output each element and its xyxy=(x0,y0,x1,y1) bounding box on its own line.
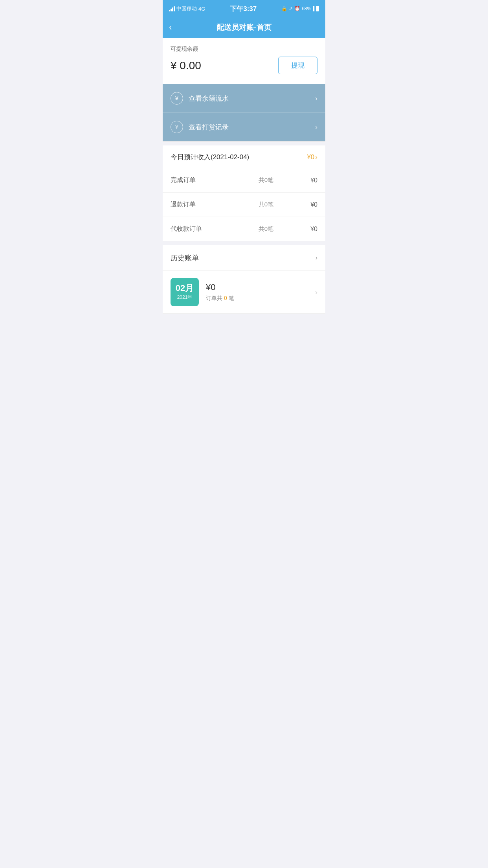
nav-bar: ‹ 配送员对账-首页 xyxy=(163,17,325,38)
status-left: 中国移动 4G xyxy=(169,5,205,12)
completed-orders-row[interactable]: 完成订单 共0笔 ¥0 xyxy=(163,168,325,193)
signal-icon xyxy=(169,6,175,11)
month-amount: ¥0 xyxy=(206,282,315,292)
back-button[interactable]: ‹ xyxy=(169,22,172,33)
cod-orders-amount: ¥0 xyxy=(298,226,317,233)
refund-orders-label: 退款订单 xyxy=(171,200,234,209)
month-record-feb[interactable]: 02月 2021年 ¥0 订单共 0 笔 › xyxy=(163,271,325,314)
cod-orders-label: 代收款订单 xyxy=(171,225,234,233)
menu-item-balance-flow[interactable]: ¥ 查看余额流水 › xyxy=(163,84,325,113)
chevron-right-icon-1: › xyxy=(315,94,317,103)
history-header[interactable]: 历史账单 › xyxy=(163,245,325,271)
bottom-space xyxy=(163,314,325,329)
battery-icon: ▌ xyxy=(313,6,319,11)
menu-item-tip-record[interactable]: ¥ 查看打赏记录 › xyxy=(163,113,325,141)
today-income-header[interactable]: 今日预计收入(2021-02-04) ¥0 › xyxy=(163,145,325,168)
today-income-value: ¥0 › xyxy=(307,153,317,161)
menu-label-tip-record: 查看打赏记录 xyxy=(189,123,315,132)
chevron-right-icon-2: › xyxy=(315,123,317,131)
month-orders: 订单共 0 笔 xyxy=(206,295,315,302)
menu-section: ¥ 查看余额流水 › ¥ 查看打赏记录 › xyxy=(163,84,325,142)
time-label: 下午3:37 xyxy=(230,4,257,13)
completed-orders-count: 共0笔 xyxy=(234,177,298,184)
refund-orders-row[interactable]: 退款订单 共0笔 ¥0 xyxy=(163,193,325,217)
network-label: 4G xyxy=(198,6,205,12)
balance-label: 可提现余额 xyxy=(171,46,317,53)
completed-orders-label: 完成订单 xyxy=(171,176,234,184)
yuan-icon-2: ¥ xyxy=(171,121,183,133)
record-arrow-icon: › xyxy=(315,288,317,296)
lock-icon: 🔒 xyxy=(281,6,287,11)
battery-label: 68% xyxy=(302,6,311,11)
alarm-icon: ⏰ xyxy=(294,6,300,11)
balance-row: ¥ 0.00 提现 xyxy=(171,57,317,74)
month-year: 2021年 xyxy=(177,294,193,301)
carrier-label: 中国移动 xyxy=(176,5,197,12)
status-right: 🔒 ↗ ⏰ 68% ▌ xyxy=(281,6,319,11)
today-income-arrow: › xyxy=(315,153,317,161)
cod-orders-row[interactable]: 代收款订单 共0笔 ¥0 xyxy=(163,217,325,241)
refund-orders-amount: ¥0 xyxy=(298,201,317,208)
balance-amount: ¥ 0.00 xyxy=(171,59,201,72)
month-info: ¥0 订单共 0 笔 xyxy=(206,282,315,302)
history-arrow-icon: › xyxy=(316,254,317,261)
yuan-icon-1: ¥ xyxy=(171,92,183,105)
refund-orders-count: 共0笔 xyxy=(234,201,298,208)
withdraw-button[interactable]: 提现 xyxy=(278,57,317,74)
history-section: 历史账单 › 02月 2021年 ¥0 订单共 0 笔 › xyxy=(163,245,325,314)
menu-label-balance-flow: 查看余额流水 xyxy=(189,94,315,103)
location-icon: ↗ xyxy=(289,6,293,11)
status-bar: 中国移动 4G 下午3:37 🔒 ↗ ⏰ 68% ▌ xyxy=(163,0,325,17)
today-income-section: 今日预计收入(2021-02-04) ¥0 › 完成订单 共0笔 ¥0 退款订单… xyxy=(163,145,325,241)
month-badge: 02月 2021年 xyxy=(171,278,199,306)
month-number: 02月 xyxy=(176,284,194,292)
cod-orders-count: 共0笔 xyxy=(234,225,298,233)
page-title: 配送员对账-首页 xyxy=(216,22,271,33)
history-title: 历史账单 xyxy=(171,253,199,263)
completed-orders-amount: ¥0 xyxy=(298,177,317,184)
month-orders-count: 0 xyxy=(224,295,227,301)
balance-card: 可提现余额 ¥ 0.00 提现 xyxy=(163,38,325,84)
today-income-title: 今日预计收入(2021-02-04) xyxy=(171,153,249,162)
